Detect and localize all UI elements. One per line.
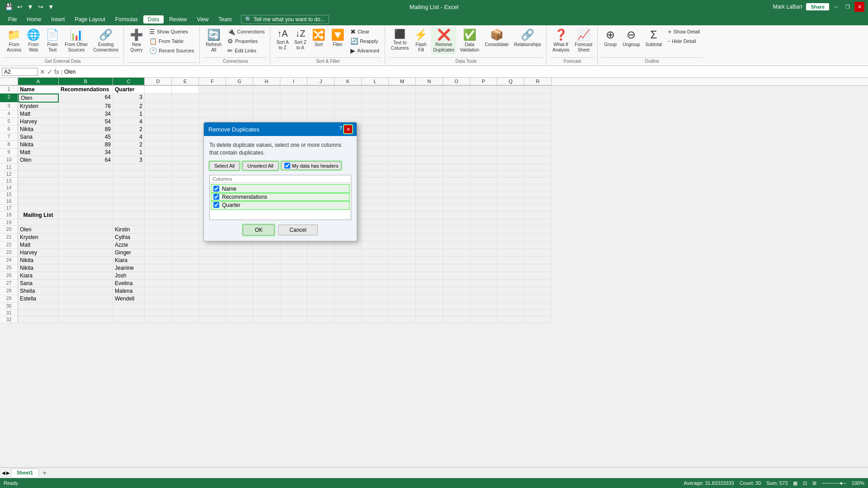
from-access-button[interactable]: 📁 FromAccess [5,27,24,54]
cell[interactable]: Nikita [18,141,59,149]
cell[interactable] [172,156,199,164]
cell-empty[interactable] [443,86,470,94]
cancel-button[interactable]: Cancel [278,225,317,235]
cell-empty[interactable] [362,226,389,234]
cell-empty[interactable] [443,280,470,287]
col-header-d[interactable]: D [145,78,172,85]
cell-empty[interactable] [280,287,307,295]
cell-empty[interactable] [335,280,362,287]
redo-icon[interactable]: ↪ [37,2,45,11]
cell-empty[interactable] [416,257,443,264]
cell-empty[interactable] [335,94,362,103]
cell-empty[interactable] [362,118,389,126]
cell-empty[interactable] [443,184,470,191]
cell[interactable]: Matt [18,241,59,249]
cell-empty[interactable] [443,133,470,141]
cell-empty[interactable] [416,156,443,164]
col-header-f[interactable]: F [199,78,226,85]
cell-empty[interactable] [389,272,416,280]
cell[interactable] [59,241,113,249]
cell[interactable] [18,198,59,205]
cell-empty[interactable] [416,110,443,118]
cell-empty[interactable] [253,257,280,264]
cell[interactable]: Nikita [18,126,59,133]
cell-empty[interactable] [335,86,362,94]
cell-empty[interactable] [199,103,226,110]
cell-empty[interactable] [199,257,226,264]
cell-empty[interactable] [389,295,416,303]
cell-empty[interactable] [497,205,524,211]
ok-button[interactable]: OK [243,225,274,235]
cell-empty[interactable] [389,110,416,118]
from-text-button[interactable]: 📄 FromText [43,27,61,54]
cell-empty[interactable] [524,198,552,205]
cell-empty[interactable] [416,272,443,280]
cell-empty[interactable] [497,156,524,164]
cell[interactable]: Malena [113,287,145,295]
cell[interactable] [172,272,199,280]
cell-empty[interactable] [443,110,470,118]
cell[interactable]: Estella [18,295,59,303]
cell-empty[interactable] [199,110,226,118]
cell-empty[interactable] [470,118,497,126]
cell-empty[interactable] [226,303,253,310]
cell[interactable]: Matt [18,149,59,156]
cell-empty[interactable] [362,171,389,178]
cell[interactable]: Cythia [113,234,145,241]
cell[interactable]: 89 [59,141,113,149]
sort-button[interactable]: 🔀 Sort [310,27,328,49]
cell-empty[interactable] [335,272,362,280]
cell-empty[interactable] [199,249,226,257]
cell-empty[interactable] [362,287,389,295]
menu-formulas[interactable]: Formulas [111,15,142,23]
cell-empty[interactable] [497,316,524,323]
cell-empty[interactable] [470,287,497,295]
cell-empty[interactable] [497,86,524,94]
save-icon[interactable]: 💾 [4,2,14,11]
tell-me-input[interactable]: 🔍Tell me what you want to do... [241,15,329,24]
cell-empty[interactable] [497,164,524,171]
cell-empty[interactable] [199,303,226,310]
column-checkbox[interactable] [213,186,219,192]
cell-empty[interactable] [280,280,307,287]
cell-empty[interactable] [389,264,416,272]
cell[interactable]: Matt [18,110,59,118]
cell-empty[interactable] [497,149,524,156]
cell-empty[interactable] [335,287,362,295]
add-sheet-button[interactable]: + [40,469,49,477]
cell-empty[interactable] [307,264,335,272]
cell-empty[interactable] [389,86,416,94]
cell-empty[interactable] [524,133,552,141]
cell[interactable] [172,264,199,272]
cell[interactable] [145,249,172,257]
cell[interactable] [59,287,113,295]
cell-empty[interactable] [389,316,416,323]
cell[interactable]: 45 [59,133,113,141]
cell-empty[interactable] [389,141,416,149]
cell-empty[interactable] [443,126,470,133]
cell-empty[interactable] [416,310,443,316]
cell[interactable]: Nikita [18,264,59,272]
sort-descending-button[interactable]: ↓Z Sort Zto A [292,27,309,52]
cell-empty[interactable] [470,264,497,272]
cell-empty[interactable] [226,86,253,94]
show-queries-button[interactable]: ☰ Show Queries [146,27,197,36]
cell-empty[interactable] [389,171,416,178]
cell-empty[interactable] [443,149,470,156]
cell-empty[interactable] [307,287,335,295]
cell[interactable] [59,280,113,287]
show-detail-button[interactable]: + Show Detail [665,27,703,36]
cell[interactable] [59,219,113,226]
cell-empty[interactable] [362,280,389,287]
cell-empty[interactable] [362,264,389,272]
cell[interactable] [172,149,199,156]
cell[interactable] [172,249,199,257]
cell[interactable] [59,191,113,198]
cell-empty[interactable] [443,249,470,257]
cell-empty[interactable] [362,191,389,198]
cell[interactable] [59,316,113,323]
cell-empty[interactable] [470,171,497,178]
cell[interactable] [59,198,113,205]
cell-empty[interactable] [524,205,552,211]
normal-view-icon[interactable]: ▦ [793,480,797,483]
